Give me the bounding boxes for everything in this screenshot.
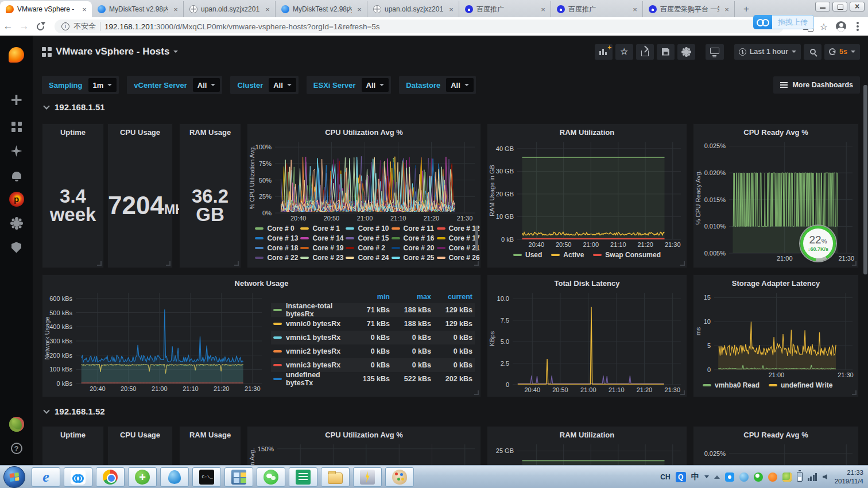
tab-close-button[interactable]: × xyxy=(539,5,547,14)
add-panel-button[interactable] xyxy=(595,44,613,60)
restore-button[interactable] xyxy=(832,2,847,11)
legend-item[interactable]: Used xyxy=(513,251,542,259)
tab-close-button[interactable]: × xyxy=(723,5,731,14)
panel-title[interactable]: RAM Usage xyxy=(180,427,241,441)
filter-esxi-server[interactable]: ESXi ServerAll xyxy=(307,76,391,94)
grafana-logo[interactable] xyxy=(0,45,33,64)
share-dashboard-button[interactable] xyxy=(636,44,654,60)
time-range-picker[interactable]: Last 1 hour xyxy=(734,44,801,60)
legend-item[interactable]: Core # 11 xyxy=(392,224,435,233)
volume-icon[interactable] xyxy=(823,474,827,479)
panel-title[interactable]: Uptime xyxy=(42,124,103,138)
storage-latency-chart[interactable]: 21:0021:30051015ms xyxy=(693,289,858,380)
browser-tab[interactable]: upan.old.syzjxz201× xyxy=(367,1,459,17)
panel-title[interactable]: CPU Utilization Avg % xyxy=(247,124,480,138)
table-header-min[interactable]: min xyxy=(348,293,390,301)
filter-value[interactable]: All xyxy=(269,78,296,92)
browser-tab[interactable]: 百度爱采购平台 一站× xyxy=(643,1,735,17)
legend-item[interactable]: Core # 22 xyxy=(255,254,298,262)
chevron-down-icon[interactable] xyxy=(173,51,178,53)
taskbar-button-notes[interactable] xyxy=(289,467,317,487)
dashboard-settings-button[interactable] xyxy=(677,44,695,60)
panel-title[interactable]: CPU Ready Avg % xyxy=(693,427,858,441)
sidebar-item-explore[interactable] xyxy=(0,141,33,161)
info-icon[interactable]: i xyxy=(61,22,69,30)
ram-utilization-chart[interactable]: 20:4020:5021:0021:1021:2021:300 kB10 GB2… xyxy=(487,138,687,250)
cpu-utilization-chart[interactable]: 20:4020:5021:0021:1021:2021:300%25%50%75… xyxy=(247,138,480,223)
table-header-current[interactable]: current xyxy=(431,293,472,301)
series-name[interactable]: vmnic1 bytesRx xyxy=(273,334,348,342)
sidebar-item-create[interactable] xyxy=(0,90,33,110)
tab-close-button[interactable]: × xyxy=(447,5,455,14)
tab-close-button[interactable]: × xyxy=(80,5,88,14)
tray-netdisk-icon[interactable] xyxy=(725,472,734,482)
legend-item[interactable]: Core # 10 xyxy=(346,224,389,233)
sidebar-item-help[interactable]: ? xyxy=(0,439,33,458)
legend-item[interactable]: Swap Consumed xyxy=(593,251,661,259)
network-signal-icon[interactable] xyxy=(808,472,817,481)
taskbar-clock[interactable]: 21:33 2019/11/4 xyxy=(835,468,863,486)
more-dashboards-button[interactable]: More Dashboards xyxy=(773,76,860,94)
legend-item[interactable]: Core # 1 xyxy=(300,224,343,233)
legend-item[interactable]: Core # 19 xyxy=(300,244,343,252)
section-header-host1[interactable]: 192.168.1.51 xyxy=(44,102,105,112)
panel-title[interactable]: Network Usage xyxy=(42,275,480,289)
sidebar-item-configuration[interactable] xyxy=(0,214,33,233)
sidebar-item-admin[interactable] xyxy=(0,238,33,257)
taskbar-button-pan[interactable] xyxy=(64,467,92,487)
legend-item[interactable]: Core # 24 xyxy=(346,254,389,262)
tray-wechat-icon[interactable] xyxy=(754,472,763,482)
cycle-view-button[interactable] xyxy=(706,44,724,60)
legend-item[interactable]: vmhba0 Read xyxy=(703,381,760,389)
disk-latency-chart[interactable]: 20:4020:5021:0021:1021:2021:3002.55.07.5… xyxy=(487,289,687,395)
ime-mode-label[interactable]: 中 xyxy=(691,472,699,482)
filter-vcenter-server[interactable]: vCenter ServerAll xyxy=(127,76,222,94)
close-button[interactable] xyxy=(850,2,865,11)
minimize-button[interactable] xyxy=(815,2,830,11)
cpu-utilization-chart-2[interactable]: 20:4020:5021:0021:1021:2021:30150%% CPU … xyxy=(247,441,480,465)
series-name[interactable]: vmnic0 bytesRx xyxy=(273,320,348,328)
tray-360-icon[interactable] xyxy=(768,472,777,482)
taskbar-button-wechat[interactable] xyxy=(257,467,285,487)
zoom-out-button[interactable] xyxy=(804,44,822,60)
taskbar-button-chrome[interactable] xyxy=(96,467,125,487)
dashboard-grid-icon[interactable] xyxy=(42,47,46,51)
sidebar-item-dashboards[interactable] xyxy=(0,117,33,137)
panel-title[interactable]: CPU Usage xyxy=(108,124,172,138)
panel-title[interactable]: CPU Utilization Avg % xyxy=(247,427,480,441)
taskbar-button-display[interactable] xyxy=(224,467,253,487)
cpu-ready-chart-2[interactable]: 21:0021:300.025%% CPU Ready Avg. xyxy=(693,441,858,465)
panel-title[interactable]: Total Disk Latency xyxy=(487,275,687,289)
download-progress-widget[interactable]: 22% ↓60.7K/s xyxy=(800,226,836,261)
legend-item[interactable]: Core # 15 xyxy=(346,234,389,242)
ram-utilization-chart-2[interactable]: 20:4020:5021:0021:1021:2021:3025 GBRAM U… xyxy=(487,441,687,465)
filter-value[interactable]: 1m xyxy=(88,78,117,92)
section-header-host2[interactable]: 192.168.1.52 xyxy=(44,406,105,416)
ime-caret-icon[interactable] xyxy=(704,475,709,478)
reload-button[interactable] xyxy=(35,21,45,32)
show-hidden-icons-button[interactable] xyxy=(714,475,720,479)
panel-title[interactable]: CPU Ready Avg % xyxy=(693,124,858,138)
network-usage-chart[interactable]: 20:4020:5021:0021:1021:2021:300 kBs100 k… xyxy=(42,289,268,394)
taskbar-button-drop[interactable] xyxy=(160,467,189,487)
browser-menu-icon[interactable] xyxy=(857,25,859,28)
legend-item[interactable]: Core # 14 xyxy=(300,234,343,242)
browser-tab[interactable]: MyDiskTest v2.98内× xyxy=(276,1,367,17)
legend-item[interactable]: Core # 25 xyxy=(392,254,435,262)
refresh-picker[interactable]: 5s xyxy=(824,44,860,60)
battery-icon[interactable] xyxy=(797,472,803,482)
taskbar-button-paint[interactable] xyxy=(385,467,414,487)
taskbar-button-folder[interactable] xyxy=(321,467,350,487)
legend-item[interactable]: Active xyxy=(551,251,584,259)
panel-title[interactable]: RAM Utilization xyxy=(487,427,687,441)
legend-item[interactable]: undefined Write xyxy=(769,381,832,389)
legend-item[interactable]: Core # 20 xyxy=(392,244,435,252)
panel-title[interactable]: Uptime xyxy=(42,427,103,441)
filter-cluster[interactable]: ClusterAll xyxy=(230,76,298,94)
tab-close-button[interactable]: × xyxy=(631,5,639,14)
legend-item[interactable]: Core # 18 xyxy=(255,244,298,252)
browser-tab[interactable]: MyDiskTest v2.98内× xyxy=(92,1,184,17)
forward-button[interactable]: → xyxy=(16,21,32,32)
ime-language-label[interactable]: CH xyxy=(660,473,670,481)
panel-title[interactable]: RAM Usage xyxy=(180,124,241,138)
